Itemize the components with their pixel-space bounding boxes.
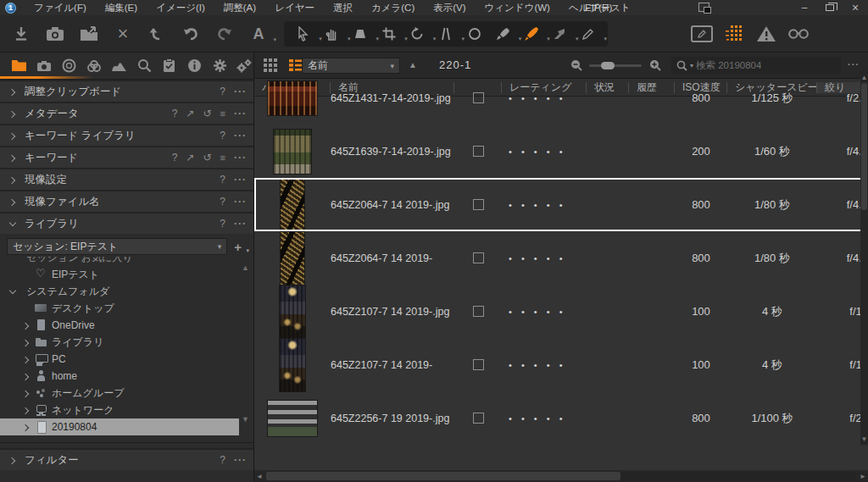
pan-hand-tool-icon[interactable] bbox=[320, 24, 343, 44]
variant-cell[interactable] bbox=[254, 401, 331, 436]
variant-cell[interactable] bbox=[254, 232, 331, 285]
select-checkbox[interactable] bbox=[473, 413, 484, 424]
help-icon[interactable]: ? bbox=[220, 86, 225, 97]
panel-collapse-chevron-icon[interactable] bbox=[8, 176, 16, 184]
reset-icon[interactable]: ↺ bbox=[203, 152, 212, 163]
workspace-layout-icon[interactable] bbox=[698, 3, 709, 12]
table-row[interactable]: 645Z2107-7 14 2019-.jpg • • • • • 100 4 … bbox=[254, 285, 868, 338]
panel-collapse-chevron-icon[interactable] bbox=[8, 132, 16, 140]
tree-expand-chevron-icon[interactable] bbox=[22, 322, 30, 330]
tab-settings-gear-icon[interactable] bbox=[211, 56, 229, 76]
tree-item[interactable]: ネットワーク bbox=[0, 402, 253, 418]
menu-item[interactable]: カメラ(C) bbox=[362, 0, 424, 15]
select-checkbox[interactable] bbox=[473, 252, 484, 263]
filename-cell[interactable]: 645Z2107-7 14 2019- bbox=[331, 359, 454, 371]
menu-item[interactable]: ウィンドウ(W) bbox=[476, 0, 559, 15]
tree-expand-chevron-icon[interactable] bbox=[22, 339, 30, 346]
panel-collapse-chevron-icon[interactable] bbox=[8, 457, 16, 464]
tree-scroll-up-icon[interactable]: ▲ bbox=[242, 263, 249, 272]
filename-cell[interactable]: 645Z1639-7-14-2019-.jpg bbox=[331, 146, 454, 158]
tree-item[interactable]: セッション お気に入り bbox=[0, 257, 253, 266]
tab-adjustments-clipboard-icon[interactable] bbox=[161, 56, 179, 76]
thumbnail-zoom-out-icon[interactable] bbox=[570, 58, 583, 72]
help-icon[interactable]: ? bbox=[220, 196, 225, 208]
pen-tool-active-icon[interactable] bbox=[520, 24, 543, 44]
more-options-icon[interactable]: ··· bbox=[234, 196, 247, 208]
browser-more-options-icon[interactable]: ··· bbox=[848, 59, 860, 69]
select-checkbox[interactable] bbox=[473, 92, 484, 103]
draw-mask-brush-tool-icon[interactable] bbox=[491, 24, 515, 44]
spot-removal-tool-icon[interactable] bbox=[463, 24, 487, 44]
panel-header[interactable]: 現像設定 ? ↗ ↺ ≡ ··· bbox=[0, 168, 253, 190]
grid-overlay-icon-active[interactable] bbox=[723, 23, 745, 45]
panel-header[interactable]: キーワード ライブラリ ? ↗ ↺ ≡ ··· bbox=[0, 124, 253, 146]
more-options-icon[interactable]: ··· bbox=[234, 174, 247, 186]
more-options-icon[interactable]: ··· bbox=[234, 86, 247, 97]
exposure-warning-icon[interactable] bbox=[755, 23, 777, 45]
tab-batch-gears-icon[interactable] bbox=[236, 56, 253, 76]
tree-expand-chevron-icon[interactable] bbox=[22, 390, 30, 397]
tree-item[interactable]: ライブラリ bbox=[0, 334, 253, 351]
restore-button[interactable] bbox=[817, 0, 843, 15]
vertical-scrollbar[interactable]: ▲ ▼ bbox=[860, 71, 868, 445]
annotation-editor-icon[interactable] bbox=[691, 23, 713, 45]
table-row[interactable]: 645Z2256-7 19 2019-.jpg • • • • • 800 1/… bbox=[254, 391, 868, 445]
capture-camera-icon[interactable] bbox=[44, 23, 66, 45]
import-icon[interactable] bbox=[10, 23, 32, 45]
image-thumbnail[interactable] bbox=[274, 130, 311, 174]
select-checkbox[interactable] bbox=[473, 146, 484, 157]
panel-collapse-chevron-icon[interactable] bbox=[8, 198, 16, 206]
slider-thumb[interactable] bbox=[601, 62, 615, 69]
more-options-icon[interactable]: ··· bbox=[234, 130, 247, 141]
minimize-button[interactable]: – bbox=[792, 0, 817, 15]
delete-icon[interactable]: × bbox=[112, 23, 134, 45]
panel-expand-chevron-icon[interactable] bbox=[8, 220, 16, 228]
menu-item[interactable]: 調整(A) bbox=[214, 0, 265, 15]
undo-icon[interactable] bbox=[180, 23, 202, 45]
sort-ascending-icon[interactable]: ▲ bbox=[409, 60, 417, 69]
variant-cell[interactable] bbox=[254, 339, 331, 391]
help-icon[interactable]: ? bbox=[220, 454, 225, 466]
tree-expand-chevron-icon[interactable] bbox=[22, 424, 30, 431]
tree-item[interactable]: デスクトップ bbox=[0, 300, 253, 317]
rating-cell[interactable]: • • • • • bbox=[502, 307, 587, 317]
select-checkbox[interactable] bbox=[473, 306, 484, 317]
filename-cell[interactable]: 645Z2107-7 14 2019-.jpg bbox=[331, 306, 454, 318]
table-row[interactable]: 645Z1431-7-14-2019-.jpg • • • • • 800 1/… bbox=[254, 71, 868, 125]
filename-cell[interactable]: 645Z2064-7 14 2019- bbox=[331, 252, 454, 264]
tab-details-magnifier-icon[interactable] bbox=[136, 56, 153, 76]
tab-capture-camera-icon[interactable] bbox=[36, 56, 53, 76]
select-checkbox[interactable] bbox=[473, 359, 484, 370]
panel-header[interactable]: メタデータ ? ↗ ↺ ≡ ··· bbox=[0, 102, 253, 124]
rating-cell[interactable]: • • • • • bbox=[502, 200, 587, 210]
more-options-icon[interactable]: ··· bbox=[234, 152, 247, 163]
filename-cell[interactable]: 645Z2064-7 14 2019-.jpg bbox=[331, 199, 454, 211]
table-row[interactable]: 645Z1639-7-14-2019-.jpg • • • • • 200 1/… bbox=[254, 125, 868, 178]
scroll-right-arrow-icon[interactable]: ► bbox=[858, 473, 868, 480]
panel-header[interactable]: キーワード ? ↗ ↺ ≡ ··· bbox=[0, 146, 253, 168]
menu-item[interactable]: 選択 bbox=[324, 0, 362, 15]
tab-exposure-curve-icon[interactable] bbox=[110, 56, 128, 76]
table-row[interactable]: 645Z2107-7 14 2019- • • • • • 100 4 秒 f/… bbox=[254, 338, 868, 391]
image-thumbnail[interactable] bbox=[280, 339, 305, 391]
table-row[interactable]: 645Z2064-7 14 2019- • • • • • 800 1/80 秒… bbox=[254, 231, 868, 285]
search-scope-caret-icon[interactable]: ▾ bbox=[690, 62, 693, 69]
tree-expand-chevron-icon[interactable] bbox=[22, 407, 30, 414]
help-icon[interactable]: ? bbox=[220, 174, 225, 186]
variant-cell[interactable] bbox=[254, 179, 331, 231]
scroll-down-arrow-icon[interactable]: ▼ bbox=[860, 435, 868, 443]
fill-arrow-tool-icon[interactable] bbox=[548, 24, 571, 44]
tree-scroll-down-icon[interactable]: ▼ bbox=[242, 415, 249, 424]
keystone-tool-icon[interactable] bbox=[434, 24, 458, 44]
vertical-scrollbar-thumb[interactable] bbox=[861, 83, 867, 210]
menu-item[interactable]: 表示(V) bbox=[424, 0, 475, 15]
help-icon[interactable]: ? bbox=[172, 152, 178, 163]
panel-header[interactable]: 現像ファイル名 ? ↗ ↺ ≡ ··· bbox=[0, 190, 253, 212]
horizontal-scrollbar[interactable]: ◄ ► bbox=[254, 470, 868, 482]
more-options-icon[interactable]: ··· bbox=[234, 218, 247, 230]
help-icon[interactable]: ? bbox=[220, 130, 225, 141]
variant-cell[interactable] bbox=[254, 130, 331, 174]
menu-item[interactable]: レイヤー bbox=[265, 0, 324, 15]
rating-cell[interactable]: • • • • • bbox=[502, 413, 587, 424]
image-thumbnail[interactable] bbox=[280, 285, 305, 338]
